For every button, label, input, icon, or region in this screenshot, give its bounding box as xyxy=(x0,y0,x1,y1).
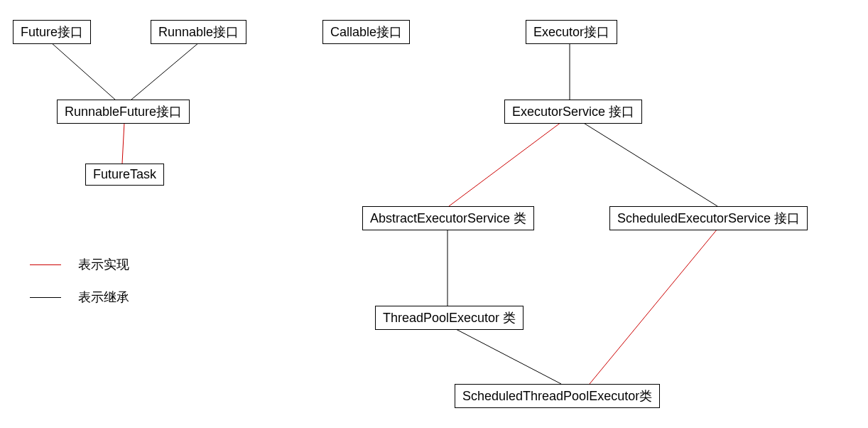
node-runnable-interface: Runnable接口 xyxy=(151,20,246,44)
node-future-interface: Future接口 xyxy=(13,20,91,44)
legend-line-implements xyxy=(30,264,61,265)
node-runnablefuture-interface: RunnableFuture接口 xyxy=(57,100,190,124)
node-executor-interface: Executor接口 xyxy=(526,20,617,44)
node-abstractexecutorservice-class: AbstractExecutorService 类 xyxy=(362,206,534,230)
svg-line-5 xyxy=(582,122,717,206)
legend-label-implements: 表示实现 xyxy=(78,256,129,273)
node-threadpoolexecutor-class: ThreadPoolExecutor 类 xyxy=(375,306,523,330)
svg-line-8 xyxy=(590,229,717,384)
svg-line-7 xyxy=(455,328,561,384)
legend-line-extends xyxy=(30,297,61,298)
legend-label-extends: 表示继承 xyxy=(78,289,129,306)
svg-line-2 xyxy=(122,122,124,164)
node-executorservice-interface: ExecutorService 接口 xyxy=(504,100,642,124)
svg-line-4 xyxy=(449,122,561,206)
svg-line-1 xyxy=(131,43,199,100)
svg-line-0 xyxy=(51,43,115,100)
node-scheduledthreadpoolexecutor-class: ScheduledThreadPoolExecutor类 xyxy=(455,384,660,408)
node-futuretask-class: FutureTask xyxy=(85,164,164,186)
node-scheduledexecutorservice-interface: ScheduledExecutorService 接口 xyxy=(609,206,808,230)
node-callable-interface: Callable接口 xyxy=(322,20,410,44)
